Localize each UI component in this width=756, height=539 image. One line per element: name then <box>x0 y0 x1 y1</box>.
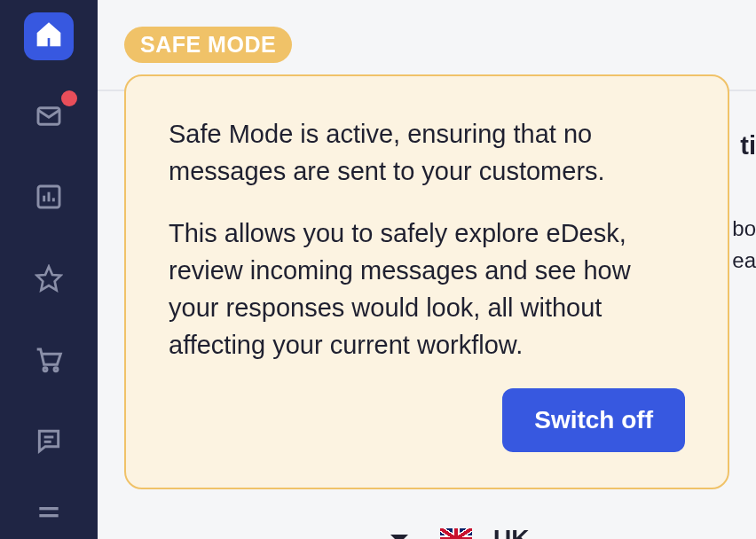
region-label: UK <box>493 525 529 539</box>
background-heading-partial: ti <box>740 131 756 160</box>
sidebar-item-mail[interactable] <box>24 94 74 142</box>
uk-flag-icon <box>440 528 472 539</box>
sidebar-item-favorites[interactable] <box>24 256 74 304</box>
safe-mode-badge: SAFE MODE <box>124 27 292 63</box>
sidebar-item-analytics[interactable] <box>24 175 74 223</box>
menu-icon <box>35 499 63 531</box>
svg-point-5 <box>43 367 47 371</box>
cart-icon <box>35 346 63 378</box>
sidebar-item-menu[interactable] <box>24 491 74 539</box>
sidebar-item-cart[interactable] <box>24 338 74 386</box>
chevron-down-icon <box>390 535 408 539</box>
mail-icon <box>35 102 63 134</box>
info-card-text: Safe Mode is active, ensuring that no me… <box>169 115 685 363</box>
info-paragraph-1: Safe Mode is active, ensuring that no me… <box>169 115 685 190</box>
chat-icon <box>35 426 63 458</box>
svg-point-6 <box>54 367 58 371</box>
background-text-partial: bo ea <box>732 213 756 277</box>
sidebar <box>0 0 98 539</box>
home-icon <box>35 20 63 52</box>
bar-chart-icon <box>35 183 63 215</box>
switch-off-button[interactable]: Switch off <box>502 388 685 452</box>
safe-mode-info-card: Safe Mode is active, ensuring that no me… <box>124 74 729 489</box>
star-icon <box>35 264 63 296</box>
sidebar-item-chat[interactable] <box>24 419 74 467</box>
info-paragraph-2: This allows you to safely explore eDesk,… <box>169 215 685 363</box>
notification-dot <box>61 90 77 106</box>
region-selector[interactable]: UK <box>390 525 529 539</box>
sidebar-item-home[interactable] <box>24 12 74 60</box>
